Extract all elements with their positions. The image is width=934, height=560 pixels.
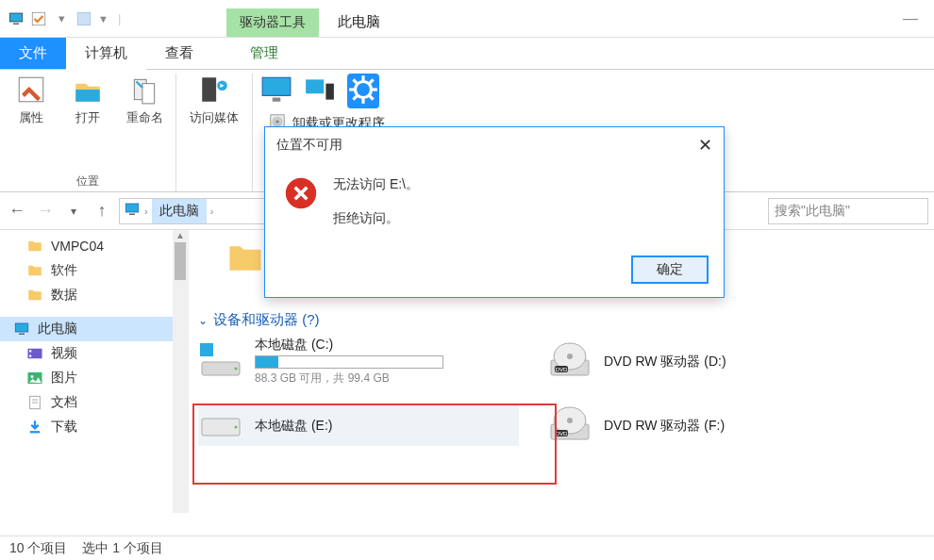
tab-computer[interactable]: 计算机 bbox=[66, 38, 146, 69]
scrollbar-thumb[interactable] bbox=[175, 242, 186, 280]
status-selected-count: 选中 1 个项目 bbox=[82, 540, 163, 557]
search-input[interactable]: 搜索"此电脑" bbox=[768, 198, 928, 224]
open-label: 打开 bbox=[75, 109, 100, 126]
svg-rect-28 bbox=[15, 323, 28, 332]
quick-access-toolbar: ▾ ▼ | bbox=[0, 0, 132, 37]
dialog-message-1: 无法访问 E:\。 bbox=[333, 176, 419, 193]
download-icon bbox=[26, 419, 43, 436]
tree-this-pc-label: 此电脑 bbox=[38, 321, 77, 338]
svg-rect-39 bbox=[200, 343, 213, 356]
folder-icon bbox=[26, 287, 43, 304]
svg-point-45 bbox=[567, 354, 573, 359]
properties-label: 属性 bbox=[19, 109, 43, 126]
tab-manage[interactable]: 管理 bbox=[231, 38, 297, 69]
error-dialog: 位置不可用 ✕ 无法访问 E:\。 拒绝访问。 确定 bbox=[264, 126, 725, 298]
blank-square-icon[interactable] bbox=[75, 10, 92, 27]
tool-tab-drive[interactable]: 驱动器工具 bbox=[226, 8, 319, 37]
tree-pictures-label: 图片 bbox=[51, 370, 77, 387]
drive-d-label: DVD RW 驱动器 (D:) bbox=[604, 354, 726, 371]
svg-rect-40 bbox=[213, 343, 215, 356]
svg-rect-29 bbox=[19, 334, 25, 336]
nav-recent-dropdown[interactable]: ▾ bbox=[62, 205, 85, 218]
dialog-title-text: 位置不可用 bbox=[276, 137, 342, 154]
chevron-right-icon[interactable]: › bbox=[210, 206, 214, 217]
svg-text:DVD: DVD bbox=[556, 431, 568, 436]
tab-view[interactable]: 查看 bbox=[146, 38, 212, 69]
tree-documents-label: 文档 bbox=[51, 394, 77, 411]
folder-large-icon[interactable] bbox=[225, 238, 266, 279]
video-icon bbox=[26, 345, 43, 362]
rename-label: 重命名 bbox=[126, 109, 163, 126]
tree-folder-label: 数据 bbox=[51, 287, 77, 304]
minimize-button[interactable]: — bbox=[896, 10, 925, 27]
chevron-right-icon[interactable]: › bbox=[144, 206, 148, 217]
svg-rect-41 bbox=[202, 362, 240, 375]
picture-icon bbox=[26, 370, 43, 387]
dialog-message-2: 拒绝访问。 bbox=[333, 210, 419, 227]
svg-point-42 bbox=[235, 368, 238, 371]
tree-folder-vmpc04[interactable]: VMPC04 bbox=[0, 234, 188, 258]
svg-rect-8 bbox=[202, 77, 216, 102]
scroll-up-icon[interactable]: ▲ bbox=[173, 230, 188, 240]
svg-point-52 bbox=[567, 418, 573, 423]
window-controls: — bbox=[887, 0, 934, 37]
svg-rect-27 bbox=[129, 214, 135, 216]
rename-button[interactable]: 重命名 bbox=[121, 74, 168, 172]
monitor-icon[interactable] bbox=[260, 74, 292, 108]
checkbox-icon[interactable] bbox=[30, 10, 47, 27]
titlebar: ▾ ▼ | 驱动器工具 此电脑 — bbox=[0, 0, 934, 38]
pc-mini-icon bbox=[8, 10, 25, 27]
breadcrumb-this-pc[interactable]: 此电脑 bbox=[152, 199, 207, 223]
svg-rect-3 bbox=[77, 12, 91, 25]
highlight-box bbox=[192, 404, 557, 485]
nav-back-button[interactable]: ← bbox=[6, 201, 28, 221]
svg-line-19 bbox=[353, 79, 357, 83]
tree-this-pc[interactable]: 此电脑 bbox=[0, 317, 188, 341]
search-placeholder: 搜索"此电脑" bbox=[775, 203, 850, 220]
tree-downloads[interactable]: 下载 bbox=[0, 415, 188, 439]
document-icon bbox=[26, 394, 43, 411]
nav-forward-button[interactable]: → bbox=[34, 201, 57, 221]
dialog-titlebar[interactable]: 位置不可用 ✕ bbox=[265, 127, 724, 163]
gear-icon[interactable] bbox=[347, 74, 379, 108]
drive-icon bbox=[198, 341, 243, 382]
svg-text:DVD: DVD bbox=[556, 367, 568, 372]
properties-button[interactable]: 属性 bbox=[8, 74, 55, 172]
svg-rect-7 bbox=[142, 84, 155, 104]
open-button[interactable]: 打开 bbox=[64, 74, 111, 172]
folder-icon bbox=[26, 262, 43, 279]
ribbon-group-label-location: 位置 bbox=[8, 172, 168, 191]
tree-videos-label: 视频 bbox=[51, 345, 77, 362]
svg-rect-1 bbox=[13, 23, 19, 25]
tree-pictures[interactable]: 图片 bbox=[0, 366, 188, 390]
svg-point-25 bbox=[275, 120, 278, 123]
pc-icon bbox=[13, 321, 30, 338]
section-devices-label: 设备和驱动器 (?) bbox=[213, 311, 320, 329]
access-media-label: 访问媒体 bbox=[190, 109, 239, 126]
svg-line-20 bbox=[369, 95, 373, 99]
section-devices-header[interactable]: ⌄ 设备和驱动器 (?) bbox=[198, 311, 925, 329]
drive-f[interactable]: DVD DVD RW 驱动器 (F:) bbox=[547, 405, 868, 446]
dropdown-icon[interactable]: ▾ bbox=[53, 10, 70, 27]
chevron-down-icon[interactable]: ▼ bbox=[98, 13, 108, 25]
nav-up-button[interactable]: ↑ bbox=[91, 201, 113, 221]
access-media-button[interactable]: 访问媒体 bbox=[184, 74, 244, 174]
drive-d[interactable]: DVD DVD RW 驱动器 (D:) bbox=[547, 337, 868, 387]
ok-button[interactable]: 确定 bbox=[631, 255, 709, 284]
open-icon bbox=[72, 74, 104, 106]
svg-rect-31 bbox=[29, 350, 31, 352]
drive-c[interactable]: 本地磁盘 (C:) 88.3 GB 可用，共 99.4 GB bbox=[198, 337, 519, 387]
close-button[interactable]: ✕ bbox=[698, 135, 712, 156]
tree-folder-data[interactable]: 数据 bbox=[0, 283, 188, 307]
tab-file[interactable]: 文件 bbox=[0, 38, 66, 69]
error-icon bbox=[284, 176, 318, 210]
svg-rect-0 bbox=[9, 13, 23, 22]
device-icon[interactable] bbox=[304, 74, 336, 108]
tree-folder-software[interactable]: 软件 bbox=[0, 258, 188, 283]
statusbar: 10 个项目 选中 1 个项目 bbox=[0, 535, 934, 560]
tree-videos[interactable]: 视频 bbox=[0, 341, 188, 366]
svg-rect-26 bbox=[125, 204, 139, 212]
nav-scrollbar[interactable]: ▲ bbox=[173, 230, 188, 513]
svg-point-34 bbox=[31, 375, 34, 378]
tree-documents[interactable]: 文档 bbox=[0, 390, 188, 415]
